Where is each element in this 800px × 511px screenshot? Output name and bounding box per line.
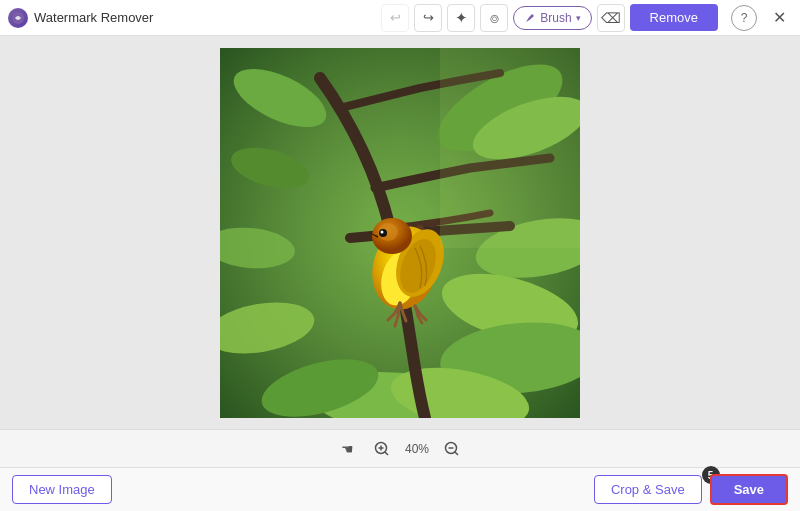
undo-button[interactable]: ↩ — [381, 4, 409, 32]
crop-save-button[interactable]: Crop & Save — [594, 475, 702, 504]
brush-dropdown-arrow: ▾ — [576, 13, 581, 23]
new-image-button[interactable]: New Image — [12, 475, 112, 504]
lasso-tool-button[interactable]: ⌾ — [480, 4, 508, 32]
zoom-in-icon — [374, 441, 390, 457]
title-bar: Watermark Remover ↩ ↪ ✦ ⌾ Brush ▾ ⌫ Remo… — [0, 0, 800, 36]
toolbar: ↩ ↪ ✦ ⌾ Brush ▾ ⌫ Remove ? ✕ — [381, 4, 792, 32]
footer: New Image Crop & Save 5 Save — [0, 467, 800, 511]
app-title: Watermark Remover — [34, 10, 153, 25]
svg-line-29 — [385, 452, 388, 455]
svg-line-32 — [455, 452, 458, 455]
zoom-in-button[interactable] — [371, 438, 393, 460]
zoom-out-button[interactable] — [441, 438, 463, 460]
close-button[interactable]: ✕ — [766, 5, 792, 31]
help-button[interactable]: ? — [731, 5, 757, 31]
star-tool-button[interactable]: ✦ — [447, 4, 475, 32]
remove-button[interactable]: Remove — [630, 4, 718, 31]
save-button[interactable]: Save — [710, 474, 788, 505]
app-icon — [8, 8, 28, 28]
save-button-wrapper: 5 Save — [710, 474, 788, 505]
main-content — [0, 36, 800, 429]
zoom-controls: ☚ 40% — [0, 429, 800, 467]
footer-right: Crop & Save 5 Save — [594, 474, 788, 505]
bird-scene — [220, 48, 580, 418]
svg-point-22 — [381, 230, 384, 233]
hand-tool-button[interactable]: ☚ — [337, 438, 359, 460]
eraser-tool-button[interactable]: ⌫ — [597, 4, 625, 32]
image-canvas[interactable] — [220, 48, 580, 418]
brush-icon — [524, 12, 536, 24]
svg-rect-25 — [440, 48, 580, 248]
redo-button[interactable]: ↪ — [414, 4, 442, 32]
zoom-out-icon — [444, 441, 460, 457]
zoom-level: 40% — [405, 442, 429, 456]
brush-tool-button[interactable]: Brush ▾ — [513, 6, 591, 30]
